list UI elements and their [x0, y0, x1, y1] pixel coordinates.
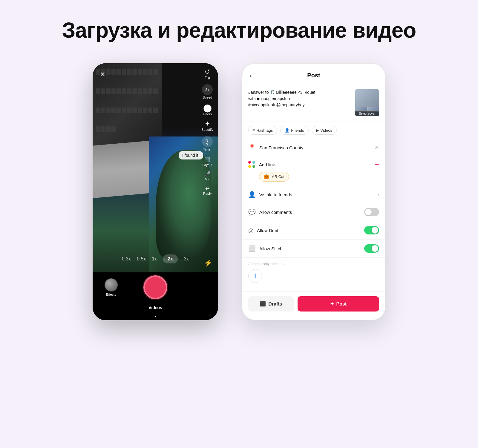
- tiktok-dots-icon: [248, 161, 255, 168]
- post-button[interactable]: ✦ Post: [298, 296, 379, 312]
- phone-post: ‹ Post #answer to 🎵 Billieeeeee <3 #duet…: [242, 63, 385, 320]
- effects-label: Effects: [106, 293, 116, 296]
- reply-control[interactable]: ↩ Reply: [203, 186, 212, 195]
- speed-05x[interactable]: 0.5x: [137, 256, 146, 262]
- comments-icon: 💬: [248, 208, 256, 216]
- back-button[interactable]: ‹: [249, 72, 252, 79]
- stitch-icon: ⬜: [248, 245, 256, 252]
- speed-03x[interactable]: 0.3x: [122, 256, 131, 262]
- page-title: Загрузка и редактирование видео: [62, 18, 416, 42]
- post-header: ‹ Post: [242, 64, 385, 84]
- timer-label: Timer: [203, 148, 212, 151]
- filters-icon: ⬤: [203, 104, 212, 112]
- visible-chevron-icon: ›: [377, 191, 379, 198]
- phone-camera: I found it! ✕ ↺ Flip 2x Speed ⬤ Fil: [93, 63, 218, 320]
- post-label: Post: [336, 301, 347, 307]
- videos-label: Videos: [321, 128, 333, 133]
- location-value: San Francisco County: [259, 145, 375, 150]
- allow-stitch-toggle[interactable]: [364, 244, 379, 253]
- flip-control[interactable]: ↺ Flip: [205, 69, 210, 79]
- videos-tag[interactable]: ▶ Videos: [312, 126, 337, 135]
- layout-icon: ▦: [204, 156, 211, 162]
- filters-control[interactable]: ⬤ Filters: [203, 104, 212, 116]
- ar-cat-icon: 🎃: [263, 174, 269, 179]
- drafts-button[interactable]: ⬛ Drafts: [248, 296, 294, 312]
- ar-cat-button[interactable]: 🎃 AR Cat: [259, 172, 289, 182]
- allow-comments-toggle[interactable]: [364, 208, 379, 216]
- timer-icon: 3 ⏱: [202, 136, 213, 147]
- add-link-button[interactable]: +: [375, 160, 379, 169]
- drafts-label: Drafts: [268, 301, 282, 307]
- allow-duet-label: Allow Duet: [257, 228, 364, 233]
- tags-row: # Hashtags 👤 Friends ▶ Videos: [242, 122, 385, 139]
- mic-icon: 🎤: [204, 171, 211, 177]
- flip-icon: ↺: [205, 69, 210, 75]
- speed-label: Speed: [203, 96, 212, 99]
- bottom-nav-label: Videos: [148, 305, 162, 310]
- friends-tag[interactable]: 👤 Friends: [280, 126, 308, 135]
- select-cover-label: Select cover: [355, 111, 379, 116]
- mic-label: Mic: [205, 177, 210, 181]
- found-bubble: I found it!: [179, 151, 203, 159]
- drafts-icon: ⬛: [260, 301, 266, 307]
- share-label: Automatically share to:: [248, 262, 379, 266]
- flash-icon[interactable]: ⚡: [204, 259, 212, 267]
- phones-container: I found it! ✕ ↺ Flip 2x Speed ⬤ Fil: [93, 63, 385, 320]
- speed-1x[interactable]: 1x: [152, 256, 157, 262]
- flip-label: Flip: [205, 76, 210, 79]
- allow-comments-label: Allow comments: [259, 210, 364, 215]
- toggle-knob-duet: [372, 227, 378, 234]
- post-sparkle-icon: ✦: [330, 301, 334, 307]
- allow-stitch-row: ⬜ Allow Stitch: [242, 240, 385, 258]
- speed-selector: 0.3x 0.5x 1x 2x 3x: [93, 254, 218, 263]
- videos-icon: ▶: [316, 128, 319, 133]
- allow-comments-row: 💬 Allow comments: [242, 203, 385, 221]
- close-button[interactable]: ✕: [100, 70, 105, 78]
- speed-control[interactable]: 2x Speed: [202, 84, 213, 99]
- facebook-icon: f: [254, 273, 256, 280]
- cover-thumbnail-image: [355, 89, 379, 107]
- location-icon: 📍: [248, 144, 256, 151]
- reply-label: Reply: [203, 192, 212, 195]
- allow-duet-toggle[interactable]: [364, 226, 379, 234]
- speed-2x[interactable]: 2x: [163, 254, 178, 263]
- toggle-knob-stitch: [372, 245, 378, 252]
- facebook-share-button[interactable]: f: [248, 269, 262, 283]
- hashtag-icon: #: [253, 128, 255, 133]
- speed-icon: 2x: [202, 84, 213, 95]
- ar-cat-label: AR Cat: [272, 174, 284, 179]
- visible-label: Visible to friends: [259, 192, 377, 197]
- bottom-nav: Videos: [93, 302, 218, 320]
- hashtags-tag[interactable]: # Hashtags: [248, 126, 277, 135]
- timer-control[interactable]: 3 ⏱ Timer: [202, 136, 213, 151]
- caption-area: #answer to 🎵 Billieeeeee <3 #duet with ▶…: [242, 84, 385, 122]
- beautify-label: Beautify: [201, 128, 213, 131]
- layout-control[interactable]: ▦ Layout: [203, 156, 212, 167]
- hashtags-label: Hashtags: [256, 128, 273, 133]
- share-section: Automatically share to: f: [242, 258, 385, 287]
- post-title: Post: [307, 72, 320, 79]
- toggle-knob: [365, 209, 372, 215]
- friends-label: Friends: [291, 128, 304, 133]
- allow-duet-row: ◎ Allow Duet: [242, 221, 385, 240]
- visible-to-row[interactable]: 👤 Visible to friends ›: [242, 186, 385, 203]
- location-row: 📍 San Francisco County ✕: [242, 139, 385, 156]
- mic-control[interactable]: 🎤 Mic: [204, 171, 211, 181]
- add-link-row: Add link + 🎃 AR Cat: [242, 156, 385, 186]
- location-close-icon[interactable]: ✕: [375, 144, 379, 151]
- share-icons: f: [248, 269, 379, 283]
- bottom-buttons: ⬛ Drafts ✦ Post: [242, 291, 385, 320]
- beautify-control[interactable]: ✦ Beautify: [201, 121, 213, 131]
- caption-text: #answer to 🎵 Billieeeeee <3 #duet with ▶…: [248, 89, 351, 116]
- speed-3x[interactable]: 3x: [184, 256, 189, 262]
- friends-icon: 👤: [285, 128, 289, 133]
- add-link-label: Add link: [259, 162, 375, 167]
- allow-stitch-label: Allow Stitch: [259, 246, 364, 251]
- beautify-icon: ✦: [205, 121, 210, 127]
- effects-button[interactable]: Effects: [105, 278, 118, 296]
- camera-background: I found it!: [93, 63, 218, 272]
- record-button[interactable]: [143, 275, 167, 299]
- cover-thumbnail[interactable]: Select cover: [355, 89, 379, 116]
- camera-right-controls: ↺ Flip 2x Speed ⬤ Filters ✦ Beautify: [201, 69, 213, 195]
- record-area: Effects: [93, 275, 218, 299]
